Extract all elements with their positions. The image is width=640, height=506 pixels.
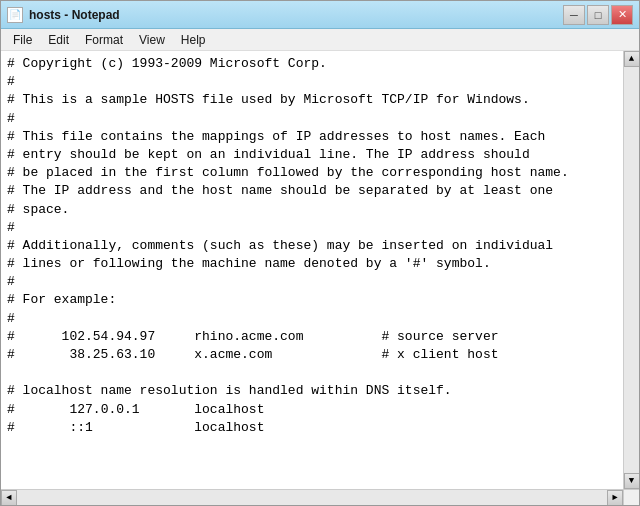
vertical-scrollbar[interactable]: ▲ ▼ — [623, 51, 639, 489]
scroll-track-vertical[interactable] — [624, 67, 639, 473]
content-row: # Copyright (c) 1993-2009 Microsoft Corp… — [1, 51, 639, 489]
title-bar-left: 📄 hosts - Notepad — [7, 7, 120, 23]
scroll-track-horizontal[interactable] — [17, 490, 607, 505]
title-bar: 📄 hosts - Notepad ─ □ ✕ — [1, 1, 639, 29]
menu-file[interactable]: File — [5, 31, 40, 49]
menu-view[interactable]: View — [131, 31, 173, 49]
minimize-button[interactable]: ─ — [563, 5, 585, 25]
editor-wrapper: # Copyright (c) 1993-2009 Microsoft Corp… — [1, 51, 639, 505]
editor-text[interactable]: # Copyright (c) 1993-2009 Microsoft Corp… — [7, 55, 617, 437]
editor-content[interactable]: # Copyright (c) 1993-2009 Microsoft Corp… — [1, 51, 623, 489]
title-buttons: ─ □ ✕ — [563, 5, 633, 25]
scroll-right-button[interactable]: ► — [607, 490, 623, 505]
scroll-left-button[interactable]: ◄ — [1, 490, 17, 505]
menu-help[interactable]: Help — [173, 31, 214, 49]
close-button[interactable]: ✕ — [611, 5, 633, 25]
scroll-down-button[interactable]: ▼ — [624, 473, 640, 489]
menu-bar: File Edit Format View Help — [1, 29, 639, 51]
menu-edit[interactable]: Edit — [40, 31, 77, 49]
scrollbar-corner — [623, 490, 639, 505]
scroll-up-button[interactable]: ▲ — [624, 51, 640, 67]
app-icon: 📄 — [7, 7, 23, 23]
maximize-button[interactable]: □ — [587, 5, 609, 25]
horizontal-scrollbar-row: ◄ ► — [1, 489, 639, 505]
menu-format[interactable]: Format — [77, 31, 131, 49]
window-title: hosts - Notepad — [29, 8, 120, 22]
notepad-window: 📄 hosts - Notepad ─ □ ✕ File Edit Format… — [0, 0, 640, 506]
